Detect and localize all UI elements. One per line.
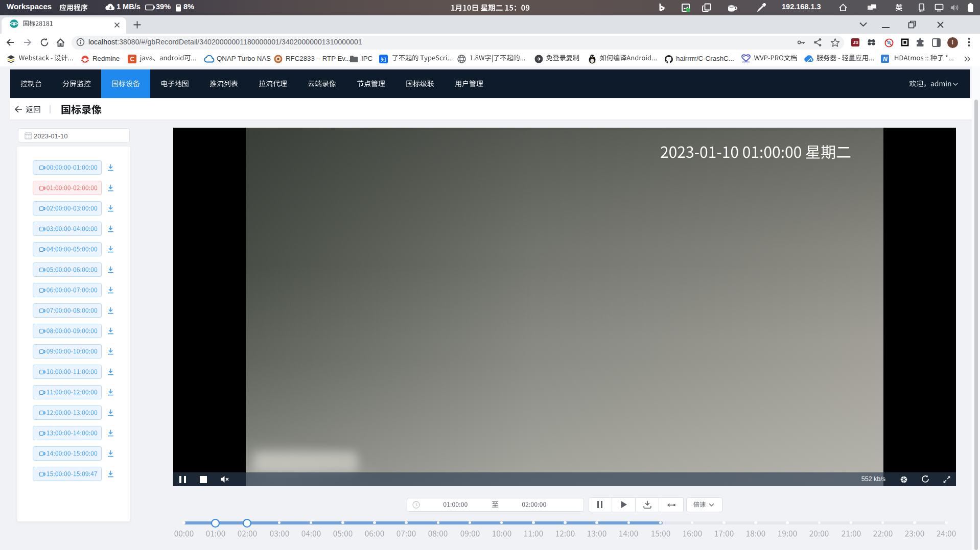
svg-text:WVP-PRO: WVP-PRO	[742, 61, 750, 63]
